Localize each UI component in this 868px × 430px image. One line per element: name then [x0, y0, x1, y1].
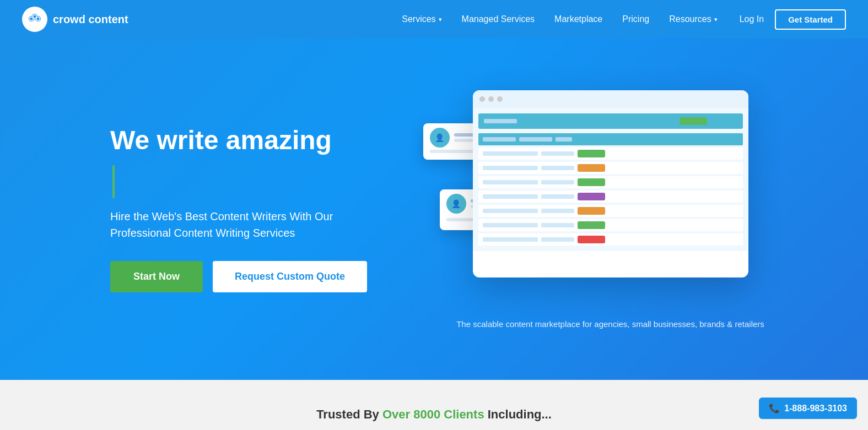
hero-divider — [112, 165, 115, 198]
hero-caption: The scalable content marketplace for age… — [456, 319, 764, 329]
chevron-down-icon-resources: ▾ — [714, 16, 718, 23]
laptop-wrapper: 👤 ★★★★ 👤 — [456, 90, 765, 311]
status-red — [578, 236, 605, 243]
dot-2 — [488, 96, 494, 102]
trusted-suffix: Including... — [484, 407, 552, 421]
hero-buttons: Start Now Request Custom Quote — [110, 261, 386, 292]
table-row-4 — [478, 190, 743, 203]
screen-header-buttons — [680, 117, 737, 125]
nav-links: Services ▾ Managed Services Marketplace … — [402, 14, 717, 24]
status-green-2 — [578, 178, 605, 186]
nav-link-pricing[interactable]: Pricing — [622, 14, 649, 24]
phone-icon: 📞 — [769, 403, 780, 413]
table-row-7 — [478, 233, 743, 246]
table-mockup — [478, 133, 743, 246]
avatar-1: 👤 — [430, 128, 450, 148]
dot-1 — [479, 96, 485, 102]
start-now-button[interactable]: Start Now — [110, 261, 203, 292]
table-row-2 — [478, 162, 743, 174]
nav-item-services[interactable]: Services ▾ — [402, 14, 441, 24]
request-quote-button[interactable]: Request Custom Quote — [213, 261, 367, 292]
phone-number: 1-888-983-3103 — [784, 404, 847, 413]
svg-point-6 — [30, 18, 33, 20]
nav-link-resources[interactable]: Resources ▾ — [669, 14, 717, 24]
status-green-3 — [578, 221, 605, 229]
laptop-body — [473, 108, 748, 251]
nav-link-services[interactable]: Services ▾ — [402, 14, 441, 24]
status-green-1 — [578, 150, 605, 157]
nav-item-managed[interactable]: Managed Services — [462, 14, 535, 24]
laptop-topbar — [473, 90, 748, 108]
screen-btn-green — [680, 117, 707, 125]
status-orange-2 — [578, 207, 605, 215]
screen-header — [478, 113, 743, 129]
svg-point-8 — [34, 15, 36, 18]
logo-text: crowd content — [53, 13, 128, 26]
hero-subtitle: Hire the Web's Best Content Writers With… — [110, 208, 386, 241]
hero-illustration: 👤 ★★★★ 👤 — [419, 90, 802, 329]
dot-3 — [497, 96, 503, 102]
table-row-3 — [478, 176, 743, 188]
laptop — [473, 90, 748, 277]
chevron-down-icon: ▾ — [439, 16, 442, 23]
login-link[interactable]: Log In — [740, 14, 764, 24]
nav-item-resources[interactable]: Resources ▾ — [669, 14, 717, 24]
hero-section: We write amazing Hire the Web's Best Con… — [0, 39, 868, 380]
table-row-6 — [478, 219, 743, 231]
trusted-prefix: Trusted By — [316, 407, 382, 421]
hero-content: We write amazing Hire the Web's Best Con… — [110, 126, 386, 292]
get-started-button[interactable]: Get Started — [775, 9, 846, 30]
hero-title: We write amazing — [110, 126, 386, 155]
table-header — [478, 133, 743, 145]
status-purple — [578, 193, 605, 200]
table-row-5 — [478, 205, 743, 217]
table-row-1 — [478, 148, 743, 160]
nav-item-pricing[interactable]: Pricing — [622, 14, 649, 24]
logo-link[interactable]: crowd content — [22, 7, 128, 32]
nav-item-marketplace[interactable]: Marketplace — [554, 14, 602, 24]
trusted-highlight: Over 8000 Clients — [382, 407, 484, 421]
svg-point-7 — [37, 18, 40, 20]
logo-icon — [22, 7, 47, 32]
navbar: crowd content Services ▾ Managed Service… — [0, 0, 868, 39]
phone-banner[interactable]: 📞 1-888-983-3103 — [759, 398, 857, 419]
trusted-section: Trusted By Over 8000 Clients Including..… — [0, 380, 868, 430]
logo-svg — [26, 11, 43, 28]
trusted-heading: Trusted By Over 8000 Clients Including..… — [0, 407, 868, 422]
status-orange-1 — [578, 164, 605, 172]
nav-link-managed[interactable]: Managed Services — [462, 14, 535, 24]
screen-btn-blue — [710, 117, 737, 125]
avatar-2: 👤 — [446, 194, 466, 214]
nav-link-marketplace[interactable]: Marketplace — [554, 14, 602, 24]
